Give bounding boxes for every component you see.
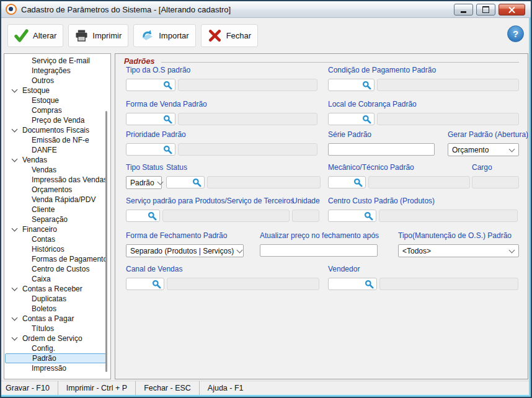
close-button[interactable] [499, 4, 525, 15]
search-icon[interactable] [362, 81, 371, 90]
atualizar-preco-input[interactable] [260, 244, 378, 257]
search-icon[interactable] [152, 280, 161, 289]
alterar-label: Alterar [33, 31, 56, 40]
sidebar-item-label: DANFE [32, 146, 57, 154]
sidebar-item-estoque[interactable]: Estoque [4, 95, 110, 105]
maximize-button[interactable] [476, 4, 495, 15]
serie-input[interactable] [328, 143, 435, 156]
canal-vendas-lookup-input[interactable] [126, 278, 164, 290]
search-icon[interactable] [163, 81, 172, 90]
sidebar-item-servico-de-email[interactable]: Serviço de E-mail [4, 56, 110, 66]
sidebar-item-compras[interactable]: Compras [4, 105, 110, 115]
field-canal-vendas: Canal de Vendas [126, 265, 319, 290]
tipo-os-lookup-input[interactable] [126, 79, 175, 91]
status-lookup-input[interactable] [166, 176, 205, 188]
fechar-button[interactable]: Fechar [201, 24, 258, 47]
sidebar-item-danfe[interactable]: DANFE [4, 145, 110, 155]
status-ajuda: Ajuda - F1 [200, 381, 252, 395]
search-icon[interactable] [353, 178, 363, 187]
sidebar-item-emissao-nfe[interactable]: Emissão de NF-e [4, 135, 110, 145]
unidade-display-field [292, 210, 319, 222]
vendedor-lookup-input[interactable] [328, 278, 377, 290]
sidebar-item-label: Formas de Pagamento [32, 255, 107, 263]
field-label: Tipo Status [126, 163, 163, 172]
sidebar-group-contas-a-receber[interactable]: Contas a Receber [4, 284, 110, 294]
minimize-button[interactable] [454, 4, 473, 15]
sidebar-item-orcamentos[interactable]: Orçamentos [4, 185, 110, 195]
field-cargo: Cargo [472, 163, 519, 188]
chevron-down-icon [12, 225, 18, 231]
sidebar-item-historicos[interactable]: Históricos [4, 244, 110, 254]
sidebar-item-formas-de-pagamento[interactable]: Formas de Pagamento [4, 254, 110, 264]
sidebar-item-config[interactable]: Config. [4, 343, 110, 353]
frame-accent-right [529, 17, 531, 397]
sidebar-item-label: Ordem de Serviço [22, 334, 82, 343]
chevron-down-icon [12, 86, 18, 92]
tipo-manutencao-select[interactable]: <Todos> [398, 244, 519, 257]
forma-venda-lookup-input[interactable] [126, 113, 175, 125]
canal-vendas-display-field [167, 278, 319, 290]
field-vendedor: Vendedor [328, 265, 518, 290]
sidebar-group-vendas[interactable]: Vendas [4, 155, 110, 165]
sidebar-group-estoque[interactable]: Estoque [4, 86, 110, 95]
sidebar-group-financeiro[interactable]: Financeiro [4, 224, 110, 234]
local-cobranca-lookup-input[interactable] [328, 113, 375, 125]
sidebar-item-centro-de-custos[interactable]: Centro de Custos [4, 264, 110, 274]
prioridade-lookup-input[interactable] [126, 143, 175, 156]
search-icon[interactable] [362, 115, 371, 124]
sidebar-scrollbar-thumb[interactable] [105, 111, 107, 372]
sidebar-item-contas[interactable]: Contas [4, 234, 110, 244]
search-icon[interactable] [365, 280, 374, 289]
sidebar-item-boletos[interactable]: Boletos [4, 304, 110, 314]
sidebar-item-vendas[interactable]: Vendas [4, 165, 110, 175]
imprimir-label: Imprimir [92, 31, 122, 40]
sidebar-item-label: Vendas [22, 156, 47, 164]
search-icon[interactable] [148, 211, 157, 221]
sidebar-item-padrao-selected[interactable]: Padrão [5, 353, 106, 363]
sidebar-group-ordem-de-servico[interactable]: Ordem de Serviço [4, 334, 110, 343]
sidebar-item-label: Estoque [22, 86, 50, 95]
sidebar-item-label: Venda Rápida/PDV [32, 195, 95, 204]
sidebar-item-cliente[interactable]: Cliente [4, 205, 110, 214]
sidebar-item-titulos[interactable]: Títulos [4, 324, 110, 334]
sidebar-item-duplicatas[interactable]: Duplicatas [4, 294, 110, 304]
sidebar-item-impressao-das-vendas[interactable]: Impressão das Vendas [4, 175, 110, 185]
importar-button[interactable]: Importar [133, 24, 195, 47]
sidebar-item-outros[interactable]: Outros [4, 76, 110, 86]
imprimir-button[interactable]: Imprimir [68, 24, 128, 47]
centro-custo-lookup-input[interactable] [328, 210, 376, 222]
mecanico-lookup-input[interactable] [328, 176, 366, 188]
app-logo-icon [6, 4, 17, 15]
sidebar-group-contas-a-pagar[interactable]: Contas a Pagar [4, 314, 110, 324]
field-label: Atualizar preço no fechamento após [260, 231, 379, 240]
status-bar: Gravar - F10 Imprimir - Ctrl + P Fechar … [1, 381, 531, 395]
selected-value: Padrão [130, 179, 154, 187]
sidebar-item-label: Boletos [32, 304, 56, 313]
chevron-down-icon [509, 247, 515, 253]
sidebar-item-label: Centro de Custos [32, 265, 89, 273]
sidebar-item-caixa[interactable]: Caixa [4, 274, 110, 284]
search-icon[interactable] [364, 211, 373, 221]
chevron-down-icon [12, 285, 18, 291]
alterar-button[interactable]: Alterar [7, 24, 63, 47]
sidebar-item-integracoes[interactable]: Integrações [4, 66, 110, 76]
status-display-field [207, 176, 321, 188]
tipo-status-select[interactable]: Padrão [126, 176, 162, 189]
gerar-padrao-select[interactable]: Orçamento [448, 143, 519, 156]
chevron-down-icon [12, 156, 18, 162]
sidebar-item-preco-de-venda[interactable]: Preço de Venda [4, 115, 110, 125]
search-icon[interactable] [192, 178, 202, 187]
sidebar-item-impressao[interactable]: Impressão [4, 363, 110, 373]
servico-terceiros-lookup-input[interactable] [126, 210, 160, 222]
field-label: Vendedor [328, 265, 518, 273]
forma-fechamento-select[interactable]: Separado (Produtos | Serviços) [126, 244, 244, 257]
field-tipo-manutencao: Tipo(Manutenção de O.S.) Padrão <Todos> [398, 231, 519, 257]
search-icon[interactable] [163, 145, 172, 154]
sidebar-item-label: Outros [32, 76, 54, 85]
condicao-pagamento-lookup-input[interactable] [328, 79, 375, 91]
sidebar-group-documentos-fiscais[interactable]: Documentos Fiscais [4, 125, 110, 135]
sidebar-item-separacao[interactable]: Separação [4, 214, 110, 224]
help-button[interactable]: ? [507, 25, 524, 42]
search-icon[interactable] [163, 115, 172, 124]
sidebar-item-venda-rapida-pdv[interactable]: Venda Rápida/PDV [4, 195, 110, 205]
